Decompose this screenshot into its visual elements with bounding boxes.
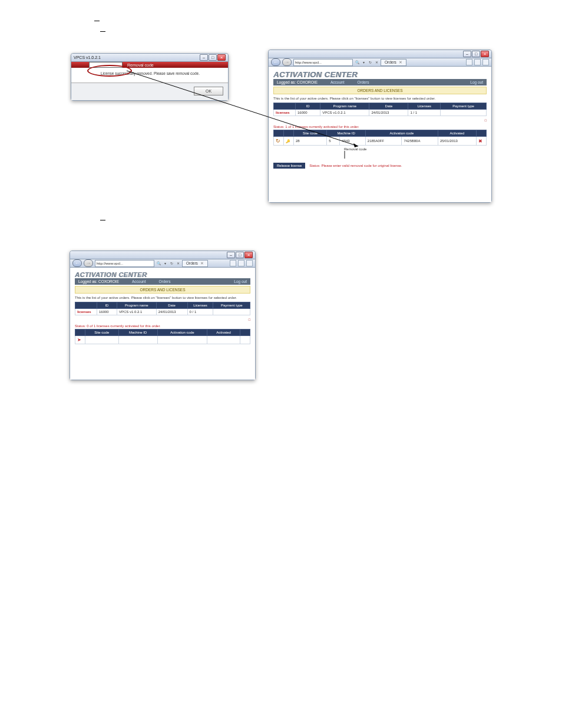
bullet-dash <box>100 31 105 32</box>
table-row: licenses 16000 VPCS v1.0.2.1 24/01/2013 … <box>75 309 250 315</box>
release-status-message: Status: Please enter valid removal code … <box>309 164 402 167</box>
orders-table: ID Program name Date Licenses Payment ty… <box>273 103 487 116</box>
dropdown-icon[interactable]: ▾ <box>361 60 366 65</box>
section-heading: ORDERS AND LICENSES <box>273 87 487 94</box>
minimize-icon[interactable] <box>200 54 208 61</box>
recycle-icon[interactable]: ↻ <box>274 137 284 146</box>
close-icon[interactable] <box>244 252 253 258</box>
release-license-button[interactable]: Release license <box>273 163 305 169</box>
search-icon[interactable]: 🔍 <box>355 60 359 65</box>
back-button[interactable]: ← <box>271 58 280 66</box>
tab-close-icon[interactable]: ✕ <box>200 261 204 265</box>
removal-code-label: Removal code <box>344 147 487 151</box>
section-heading: ORDERS AND LICENSES <box>75 286 250 294</box>
browser-tab[interactable]: Orders✕ <box>381 59 406 66</box>
stop-icon[interactable]: ✕ <box>374 60 379 65</box>
logged-as: Logged as: COXOROIE <box>78 279 119 284</box>
key-icon: 🔑 <box>284 137 294 146</box>
table-row: ➤ <box>75 336 250 344</box>
page-title: ACTIVATION CENTER <box>273 70 487 79</box>
address-bar[interactable]: http://www.vpcl... <box>95 260 154 267</box>
nav-account[interactable]: Account <box>132 279 146 284</box>
dialog-title: VPCS v1.0.2.1 <box>74 55 101 60</box>
logged-as: Logged as: COXOROIE <box>277 80 318 84</box>
table-row: licenses 16000 VPCS v1.0.2.1 24/01/2013 … <box>274 110 487 116</box>
home-icon[interactable] <box>230 260 236 266</box>
licenses-table: Site code Machine ID Activation code Act… <box>273 130 487 146</box>
expand-icon[interactable]: □ <box>249 318 250 321</box>
removal-code-dialog: VPCS v1.0.2.1 Removal code License succe… <box>71 53 229 101</box>
refresh-icon[interactable]: ↻ <box>368 60 372 65</box>
license-status: Status: 1 of 1 licenses currently activa… <box>273 125 487 129</box>
forward-button[interactable]: → <box>282 58 292 66</box>
address-bar[interactable]: http://www.vpcl... <box>293 59 353 66</box>
removal-code-field <box>89 62 123 68</box>
nav-orders[interactable]: Orders <box>358 80 369 84</box>
nav-orders[interactable]: Orders <box>159 279 171 284</box>
bullet-dash <box>100 220 105 220</box>
stop-icon[interactable]: ✕ <box>176 261 180 266</box>
removal-code-label: Removal code <box>127 63 154 67</box>
licenses-table: Site code Machine ID Activation code Act… <box>75 329 250 344</box>
nav-logout[interactable]: Log out <box>470 80 483 84</box>
licenses-link[interactable]: licenses <box>77 310 91 314</box>
forward-button[interactable]: → <box>84 259 93 267</box>
activation-center-browser-2: ← → http://www.vpcl... 🔍 ▾ ↻ ✕ Orders✕ A… <box>70 251 256 380</box>
ok-button[interactable]: OK <box>194 87 223 95</box>
settings-icon[interactable] <box>482 59 489 65</box>
search-icon[interactable]: 🔍 <box>156 261 161 266</box>
minimize-icon[interactable] <box>227 252 235 258</box>
minimize-icon[interactable] <box>463 51 471 57</box>
favorites-icon[interactable] <box>474 59 481 65</box>
back-button[interactable]: ← <box>72 259 82 267</box>
browser-tab[interactable]: Orders✕ <box>182 260 208 267</box>
maximize-icon[interactable] <box>472 51 480 57</box>
license-status: Status: 0 of 1 licenses currently activa… <box>75 324 250 328</box>
tab-close-icon[interactable]: ✕ <box>399 60 402 64</box>
favorites-icon[interactable] <box>238 260 244 266</box>
maximize-icon[interactable] <box>209 54 217 61</box>
hint-text: This is the list of your active orders. … <box>273 97 487 100</box>
dropdown-icon[interactable]: ▾ <box>163 261 167 266</box>
table-row: ↻ 🔑 28 5 4543 2185A0FF 7425B80A 25/01/20… <box>274 137 487 146</box>
hint-text: This is the list of your active orders. … <box>75 296 250 299</box>
add-license-icon[interactable]: ➤ <box>75 336 85 344</box>
delete-icon[interactable]: ✖ <box>477 137 487 146</box>
nav-logout[interactable]: Log out <box>234 279 247 284</box>
nav-account[interactable]: Account <box>330 80 345 84</box>
page-title: ACTIVATION CENTER <box>75 271 250 278</box>
maximize-icon[interactable] <box>236 252 244 258</box>
close-icon[interactable] <box>481 51 489 57</box>
bullet-dash <box>94 21 100 21</box>
licenses-link[interactable]: licenses <box>276 111 290 114</box>
orders-table: ID Program name Date Licenses Payment ty… <box>75 302 250 315</box>
home-icon[interactable] <box>466 59 472 65</box>
refresh-icon[interactable]: ↻ <box>169 261 174 266</box>
dialog-message: License successfully removed. Please sav… <box>71 68 228 83</box>
settings-icon[interactable] <box>246 260 253 266</box>
close-icon[interactable] <box>217 54 226 61</box>
activation-center-browser-1: ← → http://www.vpcl... 🔍 ▾ ↻ ✕ Orders✕ A… <box>268 50 492 203</box>
removal-code-input[interactable] <box>344 151 345 159</box>
expand-icon[interactable]: □ <box>485 118 487 122</box>
